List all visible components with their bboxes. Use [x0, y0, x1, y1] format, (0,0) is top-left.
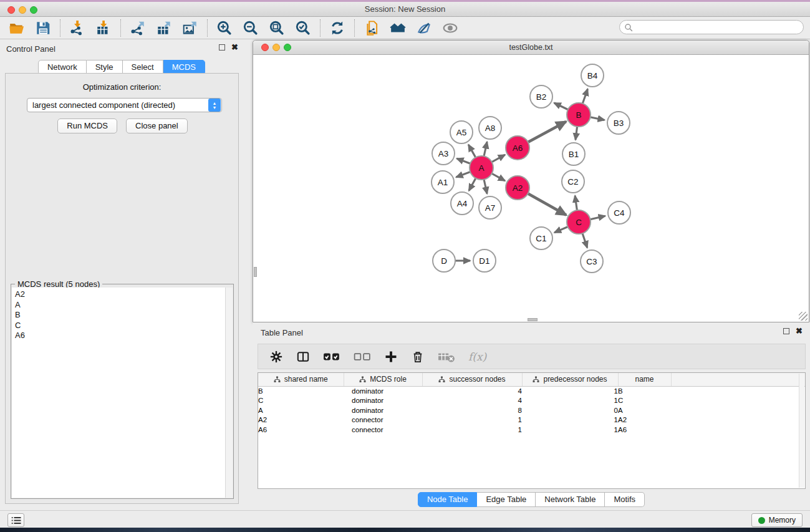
deselect-all-icon[interactable] [354, 349, 371, 365]
close-panel-button[interactable]: Close panel [126, 118, 188, 133]
zoom-selected-icon[interactable] [294, 19, 312, 37]
control-panel-title: Control Panel [6, 44, 55, 54]
mcds-result-list[interactable]: A2ABCA6 [12, 288, 226, 498]
mcds-result-item[interactable]: A2 [12, 289, 225, 300]
graph-node-C4[interactable]: C4 [608, 201, 630, 224]
refresh-network-icon[interactable] [328, 19, 347, 37]
zoom-out-icon[interactable] [241, 19, 260, 37]
svg-text:B3: B3 [614, 118, 624, 128]
graph-node-A5[interactable]: A5 [450, 121, 473, 143]
delete-table-icon [438, 349, 455, 365]
search-input[interactable] [633, 22, 803, 33]
column-header-predecessor-nodes[interactable]: predecessor nodes [522, 373, 618, 386]
column-header-successor-nodes[interactable]: successor nodes [422, 373, 522, 386]
float-panel-icon[interactable] [219, 44, 225, 51]
network-view-window[interactable]: testGlobe.txt B4B2BB3A5A8A6B1A3AC2A1A2A4… [253, 40, 809, 322]
close-panel-icon[interactable]: ✖ [231, 44, 238, 51]
canvas-vertical-scroll-thumb[interactable] [254, 267, 257, 277]
network-graph[interactable]: B4B2BB3A5A8A6B1A3AC2A1A2A4A7C4CC1C3DD1 [253, 55, 809, 322]
save-session-icon[interactable] [34, 19, 52, 37]
table-type-tabs: Node TableEdge TableNetwork TableMotifs [253, 492, 810, 507]
graph-node-A2[interactable]: A2 [506, 176, 529, 200]
table-row-B[interactable]: Bdominator41B [258, 386, 805, 396]
graph-node-D[interactable]: D [433, 249, 455, 272]
canvas-horizontal-scroll-thumb[interactable] [528, 318, 538, 321]
svg-text:A6: A6 [513, 143, 523, 153]
tab-network-table[interactable]: Network Table [536, 492, 605, 507]
graph-node-B4[interactable]: B4 [581, 64, 604, 87]
zoom-fit-icon[interactable] [268, 19, 286, 37]
graph-node-A4[interactable]: A4 [451, 192, 473, 215]
float-table-panel-icon[interactable] [783, 328, 789, 334]
import-table-icon[interactable] [94, 19, 113, 37]
column-header-MCDS-role[interactable]: MCDS role [344, 373, 422, 386]
graph-node-A1[interactable]: A1 [432, 171, 454, 193]
table-row-A6[interactable]: A6connector11A6 [258, 425, 805, 435]
search-field[interactable] [619, 20, 804, 34]
open-session-icon[interactable] [7, 19, 26, 37]
control-panel: Control Panel ✖ NetworkStyleSelectMCDS O… [0, 39, 243, 510]
eye-icon[interactable] [441, 19, 460, 37]
svg-text:A1: A1 [438, 178, 448, 187]
mcds-result-item[interactable]: B [12, 310, 225, 321]
network-window-titlebar[interactable]: testGlobe.txt [253, 41, 809, 55]
table-row-A[interactable]: Adominator80A [258, 405, 805, 415]
toolbar-group [0, 19, 60, 37]
zoom-in-icon[interactable] [215, 19, 234, 37]
window-resize-grip[interactable] [799, 312, 808, 321]
main-titlebar[interactable]: Session: New Session [0, 2, 810, 17]
svg-text:C3: C3 [586, 257, 597, 266]
network-file-icon[interactable] [362, 19, 381, 37]
graph-node-D1[interactable]: D1 [473, 249, 496, 272]
column-header-name[interactable]: name [618, 373, 671, 386]
mcds-result-item[interactable]: A6 [12, 331, 225, 341]
result-list-scrollbar[interactable] [226, 288, 233, 498]
tab-node-table[interactable]: Node Table [418, 492, 478, 507]
export-table-icon[interactable] [155, 19, 173, 37]
graph-node-A3[interactable]: A3 [432, 142, 455, 165]
export-network-icon[interactable] [128, 19, 147, 37]
tab-edge-table[interactable]: Edge Table [477, 492, 536, 507]
table-scrollbar[interactable] [799, 374, 804, 488]
table-row-C[interactable]: Cdominator41C [258, 396, 805, 406]
select-stepper-icon[interactable]: ▲▼ [208, 99, 221, 112]
column-header-shared-name[interactable]: shared name [258, 373, 344, 386]
graph-node-C1[interactable]: C1 [530, 227, 552, 249]
graph-node-C3[interactable]: C3 [581, 250, 603, 273]
delete-column-icon[interactable] [411, 349, 425, 365]
gear-icon[interactable] [269, 349, 283, 365]
table-row-A2[interactable]: A2connector11A2 [258, 415, 805, 425]
graph-node-B3[interactable]: B3 [607, 112, 630, 134]
toolbar-group [355, 19, 467, 37]
optimization-criterion-select[interactable]: largest connected component (directed) ▲… [27, 98, 222, 112]
network-window-title: testGlobe.txt [253, 43, 809, 52]
memory-button[interactable]: Memory [751, 513, 803, 527]
network-canvas[interactable]: B4B2BB3A5A8A6B1A3AC2A1A2A4A7C4CC1C3DD1 [253, 55, 809, 322]
node-table[interactable]: shared name MCDS role successor nodes pr… [258, 372, 806, 489]
import-network-icon[interactable] [68, 19, 87, 37]
run-mcds-button[interactable]: Run MCDS [57, 118, 117, 133]
graph-node-C2[interactable]: C2 [562, 170, 584, 193]
graph-node-A7[interactable]: A7 [479, 196, 501, 219]
graph-node-A8[interactable]: A8 [479, 117, 501, 139]
toolbar-group [60, 19, 120, 37]
graph-node-A6[interactable]: A6 [506, 136, 529, 160]
home-icon[interactable] [388, 19, 407, 37]
export-image-icon[interactable] [181, 19, 200, 37]
mcds-result-item[interactable]: C [12, 321, 225, 331]
svg-text:A: A [478, 163, 484, 173]
graph-node-C[interactable]: C [567, 210, 591, 234]
add-column-icon[interactable] [384, 349, 398, 365]
hide-panel-icon[interactable] [415, 19, 433, 37]
tab-motifs[interactable]: Motifs [605, 492, 645, 507]
graph-node-A[interactable]: A [470, 156, 493, 180]
select-all-icon[interactable] [323, 349, 340, 365]
graph-node-B1[interactable]: B1 [562, 143, 585, 165]
task-history-button[interactable] [7, 513, 24, 527]
mcds-result-item[interactable]: A [12, 300, 225, 311]
graph-node-B[interactable]: B [567, 103, 591, 127]
graph-node-B2[interactable]: B2 [530, 85, 552, 108]
split-panel-icon[interactable] [296, 349, 310, 365]
svg-text:C1: C1 [536, 234, 546, 243]
close-table-panel-icon[interactable]: ✖ [796, 328, 803, 334]
